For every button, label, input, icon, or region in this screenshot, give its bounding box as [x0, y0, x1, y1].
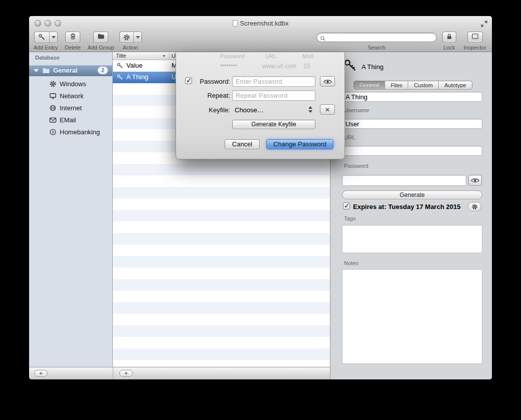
- add-group-button[interactable]: [93, 32, 108, 43]
- search-label: Search: [368, 45, 386, 51]
- sidebar-item-internet[interactable]: Internet: [29, 102, 112, 114]
- notes-label: Notes: [344, 260, 359, 266]
- url-label: URL: [344, 134, 355, 140]
- inspector-label: Inspector: [463, 45, 486, 51]
- sidebar-item-network[interactable]: Network: [29, 90, 112, 102]
- key-icon: [35, 32, 49, 43]
- action-dropdown[interactable]: [133, 32, 141, 43]
- lock-label: Lock: [443, 45, 455, 51]
- chevron-down-icon: [52, 36, 56, 39]
- folder-icon: [97, 33, 105, 42]
- change-password-dialog: Password URL Mod •••••••• www.url.com 15…: [176, 52, 345, 159]
- password-label: Password: [344, 163, 368, 169]
- trash-icon: [69, 33, 77, 42]
- expires-checkbox[interactable]: [343, 202, 350, 209]
- disclosure-triangle-icon[interactable]: [34, 69, 39, 72]
- sidebar-item-homebanking[interactable]: $ Homebanking: [29, 126, 112, 138]
- add-entry-label: Add Entry: [34, 45, 58, 51]
- search-icon: [320, 35, 326, 41]
- action-label: Action: [123, 45, 138, 51]
- tab-autotype[interactable]: Autotype: [438, 81, 471, 89]
- entry-key-icon: [343, 59, 358, 73]
- repeat-password-input[interactable]: [232, 90, 315, 101]
- sidebar-item-email[interactable]: EMail: [29, 114, 112, 126]
- inspector-panel-icon: [471, 33, 479, 42]
- window-title: Screenshot.kdbx: [29, 20, 492, 27]
- action-button[interactable]: [119, 32, 142, 43]
- delete-button[interactable]: [65, 32, 80, 43]
- tags-label: Tags: [344, 216, 356, 222]
- expires-label: Expires at: Tuesday 17 March 2015: [353, 203, 460, 211]
- eye-icon: [471, 177, 479, 183]
- close-icon: ✕: [325, 106, 330, 113]
- sidebar-item-windows[interactable]: Windows: [29, 78, 112, 90]
- keyfile-popup[interactable]: Choose…: [235, 106, 264, 114]
- ghost-url-value: www.url.com: [262, 63, 296, 70]
- inspector-button[interactable]: [467, 32, 483, 43]
- add-entry-plus-button[interactable]: +: [119, 370, 133, 377]
- column-title[interactable]: Title: [116, 53, 126, 59]
- sidebar-item-general[interactable]: General 2: [29, 65, 112, 76]
- window-chrome: Screenshot.kdbx Add Entry Delete: [29, 16, 492, 52]
- search-field[interactable]: [316, 33, 437, 42]
- reveal-password-button[interactable]: [468, 175, 482, 186]
- inspector-panel: A Thing General Files Custom Autotype Us…: [330, 52, 492, 379]
- tab-general[interactable]: General: [354, 81, 385, 89]
- lock-icon: [446, 33, 453, 42]
- url-field[interactable]: [342, 146, 482, 156]
- clear-keyfile-button[interactable]: ✕: [320, 104, 335, 115]
- database-header: Database: [35, 55, 60, 61]
- sidebar: Database General 2 Windows Network: [29, 52, 113, 367]
- monitor-icon: [49, 92, 57, 100]
- column-divider[interactable]: [169, 53, 169, 59]
- desktop-background: Screenshot.kdbx Add Entry Delete: [0, 0, 521, 420]
- bottom-bar-divider: [113, 367, 113, 379]
- sort-indicator-icon: [162, 55, 165, 57]
- inspector-tabs: General Files Custom Autotype: [354, 81, 472, 90]
- tab-files[interactable]: Files: [385, 81, 408, 89]
- username-label: Username: [344, 107, 370, 113]
- new-password-input[interactable]: [232, 76, 315, 87]
- generate-keyfile-button[interactable]: Generate Keyfile: [232, 120, 315, 129]
- search-input[interactable]: [328, 34, 433, 41]
- tab-custom[interactable]: Custom: [408, 81, 438, 89]
- change-password-button[interactable]: Change Password: [266, 139, 333, 149]
- username-field[interactable]: [342, 119, 482, 129]
- ghost-column-url: URL: [265, 53, 276, 59]
- dialog-password-label: Password:: [194, 78, 230, 85]
- gear-icon: [49, 80, 57, 88]
- expires-settings-button[interactable]: [468, 202, 481, 212]
- envelope-icon: [49, 116, 57, 124]
- lock-button[interactable]: [442, 32, 456, 43]
- notes-input[interactable]: [342, 269, 482, 364]
- inspector-entry-title: A Thing: [362, 63, 384, 71]
- add-entry-button[interactable]: [34, 32, 58, 43]
- add-group-plus-button[interactable]: +: [34, 370, 48, 377]
- ghost-column-password: Password: [220, 53, 244, 59]
- add-group-label: Add Group: [87, 45, 114, 51]
- app-window: Screenshot.kdbx Add Entry Delete: [29, 16, 492, 379]
- delete-label: Delete: [65, 45, 81, 51]
- title-field[interactable]: [342, 92, 482, 102]
- folder-icon: [42, 67, 50, 75]
- group-label: General: [53, 67, 77, 74]
- document-icon: [233, 20, 238, 27]
- tags-input[interactable]: [342, 225, 482, 253]
- dialog-repeat-label: Repeat:: [194, 92, 230, 99]
- password-checkbox[interactable]: [185, 77, 192, 84]
- ghost-column-modified: Mod: [302, 53, 313, 59]
- password-field[interactable]: [342, 175, 466, 186]
- fullscreen-icon[interactable]: [480, 20, 488, 28]
- svg-text:$: $: [52, 130, 54, 134]
- stepper-arrows-icon[interactable]: [308, 106, 313, 113]
- key-icon: [117, 63, 123, 69]
- generate-password-button[interactable]: Generate: [342, 190, 482, 199]
- entry-count-badge: 2: [98, 67, 108, 74]
- ghost-modified-value: 15: [303, 63, 310, 70]
- eye-icon: [323, 79, 332, 85]
- add-entry-dropdown[interactable]: [49, 32, 57, 43]
- ghost-password-dots: ••••••••: [220, 62, 237, 69]
- dollar-icon: $: [49, 128, 57, 136]
- dialog-reveal-password-button[interactable]: [320, 76, 335, 87]
- cancel-button[interactable]: Cancel: [225, 139, 260, 149]
